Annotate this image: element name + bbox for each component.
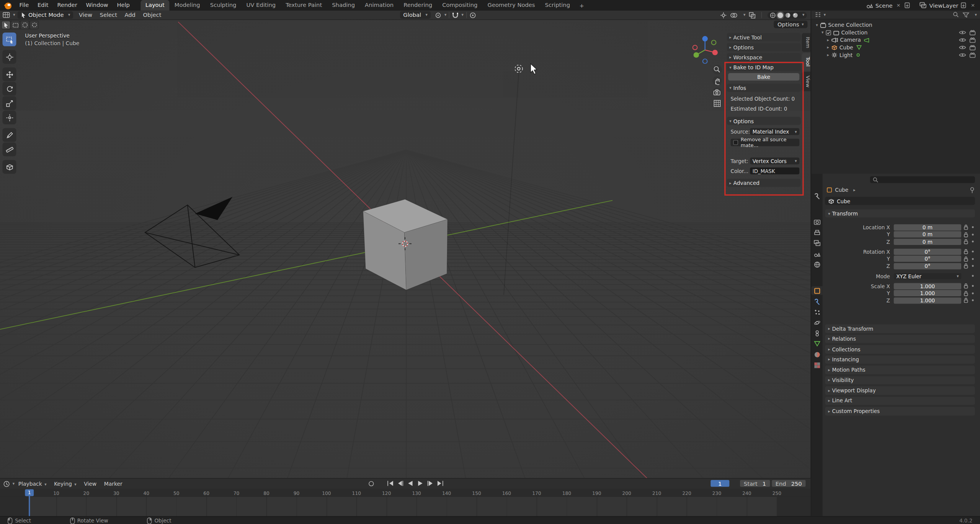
scene-name[interactable]: Scene (875, 2, 893, 8)
outliner-row-camera[interactable]: ▸ Camera (811, 36, 980, 44)
hide-camera-eye-icon[interactable] (959, 38, 966, 42)
panel-header-options[interactable]: ▾Options (727, 117, 801, 125)
end-frame-field[interactable]: End250 (772, 480, 806, 487)
outliner-mode-caret[interactable]: ▾ (824, 12, 826, 17)
camera-view-icon[interactable] (712, 88, 722, 97)
sidebar-tab-tool[interactable]: Tool (802, 53, 811, 70)
outliner-filter-caret[interactable]: ▾ (975, 12, 977, 17)
animate-dot[interactable] (972, 226, 974, 228)
workspace-tab-compositing[interactable]: Compositing (437, 0, 482, 11)
outliner-row-collection[interactable]: ▾ Collection (811, 29, 980, 36)
overlays-caret[interactable]: ▾ (743, 13, 745, 18)
select-box-button[interactable] (11, 21, 19, 29)
lock-icon[interactable] (964, 224, 968, 230)
animate-dot[interactable] (972, 285, 974, 287)
menu-window[interactable]: Window (82, 0, 113, 11)
shading-material-icon[interactable] (785, 12, 791, 18)
panel-header-bake-to-id-map[interactable]: ▾Bake to ID Map (727, 63, 801, 71)
target-dropdown[interactable]: Vertex Colors▾ (750, 157, 799, 164)
snap-magnet-icon[interactable] (452, 11, 459, 18)
menu-file[interactable]: File (15, 0, 33, 11)
tab-view-layer[interactable] (811, 239, 822, 248)
select-lasso-button[interactable] (30, 21, 38, 29)
playhead-frame-badge[interactable]: 1 (25, 489, 34, 496)
lock-icon[interactable] (964, 232, 968, 237)
hide-light-eye-icon[interactable] (959, 52, 966, 57)
pin-icon[interactable] (969, 187, 975, 194)
panel-header-advanced[interactable]: ▸Advanced (727, 179, 801, 187)
location-y-field[interactable]: 0 m (894, 231, 961, 237)
jump-to-start-button[interactable] (386, 480, 394, 487)
tab-material[interactable] (811, 350, 822, 359)
disable-render-camera-icon[interactable] (969, 37, 976, 43)
scale-x-field[interactable]: 1.000 (894, 283, 961, 289)
tab-render[interactable] (811, 217, 822, 226)
workspace-tab-sculpting[interactable]: Sculpting (205, 0, 242, 11)
timeline-menu-playback[interactable]: Playback▾ (15, 479, 50, 489)
pivot-point-icon[interactable] (434, 11, 442, 18)
hide-cube-eye-icon[interactable] (959, 45, 966, 50)
3d-viewport[interactable]: Options▾ User Perspective (1) Collection… (0, 20, 811, 478)
panel-header-motion-paths[interactable]: ▸Motion Paths (825, 366, 975, 374)
viewport-menu-view[interactable]: View (75, 10, 96, 20)
select-tweak-button[interactable] (2, 21, 10, 29)
panel-header-transform[interactable]: ▾Transform (825, 209, 975, 217)
play-button[interactable] (416, 480, 424, 487)
workspace-tab-modeling[interactable]: Modeling (170, 0, 205, 11)
unlink-scene-icon[interactable]: × (895, 3, 902, 8)
new-scene-icon[interactable] (904, 2, 910, 9)
animate-dot[interactable] (972, 299, 974, 301)
tab-tool[interactable] (811, 191, 822, 200)
tool-transform[interactable] (3, 111, 16, 124)
animate-dot[interactable] (972, 241, 974, 243)
prev-keyframe-button[interactable] (396, 480, 404, 487)
timeline-editor-icon[interactable] (3, 480, 10, 487)
zoom-icon[interactable] (712, 65, 722, 74)
breadcrumb-object[interactable]: Cube (835, 187, 848, 193)
play-reverse-button[interactable] (406, 480, 414, 487)
tab-scene[interactable] (811, 249, 822, 258)
properties-search-input[interactable] (870, 176, 975, 183)
show-gizmo-icon[interactable] (720, 11, 727, 18)
collection-checkbox-icon[interactable] (826, 30, 831, 36)
workspace-tab-texture-paint[interactable]: Texture Paint (281, 0, 327, 11)
transform-orientation-dropdown[interactable]: Global▾ (400, 11, 431, 19)
panel-header-line-art[interactable]: ▸Line Art (825, 397, 975, 405)
timeline-menu-view[interactable]: View (80, 479, 100, 489)
tool-measure[interactable] (3, 142, 16, 156)
viewport-menu-select[interactable]: Select (96, 10, 121, 20)
tab-object-data[interactable] (811, 340, 822, 348)
location-z-field[interactable]: 0 m (894, 238, 961, 245)
show-overlays-icon[interactable] (730, 11, 738, 18)
outliner-filter-icon[interactable] (962, 11, 969, 18)
panel-header-instancing[interactable]: ▸Instancing (825, 355, 975, 364)
workspace-tab-layout[interactable]: Layout (140, 0, 170, 11)
panel-header-infos[interactable]: ▾Infos (727, 84, 801, 92)
blender-logo-icon[interactable] (4, 1, 13, 10)
tab-modifiers[interactable] (811, 297, 822, 306)
panel-header-active-tool[interactable]: ▸Active Tool (727, 33, 801, 41)
timeline-menu-keying[interactable]: Keying▾ (50, 479, 80, 489)
lock-icon[interactable] (964, 283, 968, 289)
lock-icon[interactable] (964, 256, 968, 262)
menu-render[interactable]: Render (53, 0, 82, 11)
tab-object[interactable] (811, 286, 822, 295)
auto-key-button[interactable] (368, 480, 375, 487)
sidebar-tab-item[interactable]: Item (802, 33, 811, 52)
shading-wireframe-icon[interactable] (770, 12, 776, 18)
shading-rendered-icon[interactable] (792, 12, 798, 18)
outliner-editor-icon[interactable] (814, 11, 821, 18)
disable-render-camera-icon[interactable] (969, 30, 976, 36)
tool-scale[interactable] (3, 96, 16, 110)
tab-texture[interactable] (811, 361, 822, 369)
shading-caret[interactable]: ▾ (802, 13, 804, 18)
tab-world[interactable] (811, 260, 822, 269)
remove-source-materials-checkbox[interactable]: Remove all source mate... (731, 139, 800, 146)
panel-header-custom-properties[interactable]: ▸Custom Properties (825, 407, 975, 415)
lock-icon[interactable] (964, 263, 968, 269)
animate-dot[interactable] (972, 233, 974, 235)
jump-to-end-button[interactable] (436, 480, 444, 487)
tool-options-dropdown[interactable]: Options▾ (774, 21, 807, 28)
lock-icon[interactable] (964, 297, 968, 303)
outliner-row-cube[interactable]: ▸ Cube (811, 44, 980, 51)
